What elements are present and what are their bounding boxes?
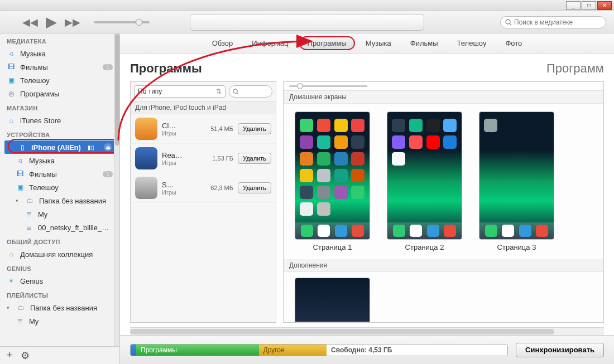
content-horizontal-scrollbar[interactable]	[130, 327, 604, 335]
phone-preview[interactable]	[387, 111, 462, 240]
close-button[interactable]: ✕	[597, 1, 612, 10]
sidebar-device-music[interactable]: ♫Музыка	[0, 154, 119, 167]
bottom-bar: Программы Другое Свободно: 4,53 ГБ Синхр…	[120, 335, 614, 364]
playlist-icon: ≣	[25, 223, 33, 232]
tab-photos[interactable]: Фото	[497, 36, 530, 50]
zoom-slider[interactable]	[289, 85, 367, 87]
sidebar-device-track[interactable]: ≣00_netsky_ft_billie_-_we…	[0, 221, 119, 234]
sidebar-item-home-sharing[interactable]: ⌂Домашняя коллекция	[0, 247, 119, 261]
library-search[interactable]	[500, 16, 606, 28]
home-screens-title: Домашние экраны	[284, 91, 603, 104]
music-icon: ♫	[7, 49, 16, 58]
home-screen-page[interactable]: Страница 1	[295, 111, 370, 251]
app-icon	[135, 118, 157, 140]
battery-icon: ▮▯	[88, 144, 94, 151]
search-icon	[505, 19, 512, 26]
folder-icon: 🗀	[17, 303, 26, 312]
settings-gear-icon[interactable]: ⚙	[21, 350, 30, 362]
sidebar-item-device[interactable]: ▾ ▯ iPhone (AliEn) ▮▯ ⏏	[4, 140, 115, 154]
iphone-icon: ▯	[18, 143, 27, 152]
svg-point-0	[506, 20, 510, 24]
search-icon	[233, 89, 239, 95]
film-icon: 🎞	[7, 62, 16, 71]
app-remove-button[interactable]: Удалить	[238, 153, 271, 164]
sidebar-item-music[interactable]: ♫Музыка	[0, 47, 119, 60]
tab-music[interactable]: Музыка	[357, 36, 400, 50]
sync-button[interactable]: Синхронизировать	[516, 343, 604, 357]
home-screens-pane: Домашние экраны	[283, 81, 604, 323]
sidebar-section-store: МАГАЗИН	[0, 100, 119, 114]
film-icon: 🎞	[16, 169, 25, 178]
tv-icon: ▣	[16, 183, 25, 192]
genius-icon: ✶	[7, 276, 16, 285]
device-tab-bar: Обзор Информац Программы Музыка Фильмы Т…	[120, 33, 614, 54]
storage-bar: Программы Другое Свободно: 4,53 ГБ	[130, 344, 508, 356]
player-toolbar: ◀◀ ▶ ▶▶	[0, 11, 614, 33]
app-row[interactable]: Cl…Игры 51,4 МБ Удалить	[131, 114, 276, 144]
page-header: Программы Программ	[120, 54, 614, 81]
apps-subheader: Для iPhone, iPod touch и iPad	[131, 101, 276, 114]
tab-tv[interactable]: Телешоу	[449, 36, 495, 50]
sidebar-device-playlist-my[interactable]: ≣My	[0, 207, 119, 221]
sort-dropdown[interactable]: По типу⇅	[134, 85, 226, 98]
playlist-icon: ≣	[25, 210, 33, 219]
library-search-input[interactable]	[514, 18, 598, 26]
chevron-down-icon[interactable]: ▾	[7, 305, 12, 310]
svg-line-3	[237, 93, 238, 94]
folder-icon: 🗀	[26, 196, 35, 205]
prev-track-button[interactable]: ◀◀	[22, 16, 38, 28]
sidebar-section-library: МЕДИАТЕКА	[0, 33, 119, 47]
sidebar-item-genius[interactable]: ✶Genius	[0, 274, 119, 288]
phone-preview[interactable]	[479, 111, 554, 240]
playlist-icon: ≣	[16, 317, 25, 326]
sidebar-item-movies[interactable]: 🎞Фильмы1	[0, 60, 119, 74]
movies-badge: 1	[103, 64, 113, 70]
app-row[interactable]: S…Игры 62,3 МБ Удалить	[131, 173, 276, 203]
home-screen-page[interactable]: Страница 2	[387, 111, 462, 251]
home-screen-page[interactable]: Страница 3	[479, 111, 554, 251]
svg-line-1	[510, 23, 511, 25]
volume-slider[interactable]	[94, 21, 150, 23]
sidebar-playlist-folder[interactable]: ▾🗀Папка без названия	[0, 301, 119, 314]
next-track-button[interactable]: ▶▶	[65, 16, 80, 28]
storage-seg-other: Другое	[259, 344, 327, 356]
sidebar-device-folder[interactable]: ▾🗀Папка без названия	[0, 194, 119, 207]
minimize-button[interactable]: _	[566, 1, 581, 10]
window-titlebar: _ □ ✕	[0, 0, 614, 11]
sidebar-item-apps[interactable]: ◎Программы	[0, 87, 119, 100]
tab-overview[interactable]: Обзор	[204, 36, 242, 50]
page-title-right: Программ	[546, 61, 604, 76]
sidebar-section-devices: УСТРОЙСТВА	[0, 127, 119, 140]
sidebar-device-movies[interactable]: 🎞Фильмы1	[0, 167, 119, 181]
apps-search[interactable]	[229, 85, 272, 98]
tab-info[interactable]: Информац	[243, 36, 296, 50]
page-label: Страница 2	[405, 243, 444, 251]
sidebar: МЕДИАТЕКА ♫Музыка 🎞Фильмы1 ▣Телешоу ◎Про…	[0, 33, 120, 364]
apps-icon: ◎	[7, 89, 16, 98]
tab-movies[interactable]: Фильмы	[402, 36, 447, 50]
phone-preview[interactable]	[295, 111, 370, 240]
sidebar-device-tv[interactable]: ▣Телешоу	[0, 181, 119, 194]
chevron-down-icon[interactable]: ▾	[16, 198, 21, 203]
play-button[interactable]: ▶	[46, 13, 57, 31]
app-row[interactable]: Rea…Игры 1,53 ГБ Удалить	[131, 144, 276, 173]
sidebar-playlist-my[interactable]: ≣My	[0, 314, 119, 328]
chevron-down-icon[interactable]: ▾	[8, 144, 13, 150]
apps-search-input[interactable]	[239, 88, 266, 96]
home-icon: ⌂	[7, 250, 16, 259]
tab-apps[interactable]: Программы	[299, 36, 355, 50]
sidebar-section-genius: GENIUS	[0, 261, 119, 274]
extras-preview[interactable]	[295, 278, 370, 322]
sidebar-item-store[interactable]: ⌂iTunes Store	[0, 114, 119, 127]
page-label: Страница 3	[497, 243, 536, 251]
add-button[interactable]: +	[7, 350, 13, 361]
storage-seg-free: Свободно: 4,53 ГБ	[327, 344, 507, 356]
svg-point-2	[233, 89, 237, 93]
eject-button[interactable]: ⏏	[104, 143, 112, 151]
sidebar-item-tv[interactable]: ▣Телешоу	[0, 74, 119, 87]
maximize-button[interactable]: □	[582, 1, 596, 10]
app-icon	[135, 177, 157, 199]
app-remove-button[interactable]: Удалить	[238, 182, 271, 193]
app-remove-button[interactable]: Удалить	[238, 123, 271, 134]
sidebar-scrollbar[interactable]	[114, 33, 119, 346]
